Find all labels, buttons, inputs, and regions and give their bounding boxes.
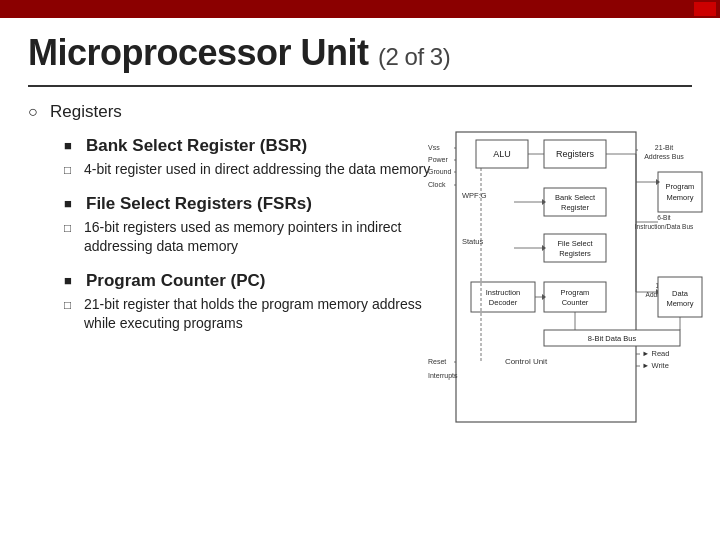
bullet-icon-pc: ■ <box>64 273 82 291</box>
section-fsr: ■ File Select Registers (FSRs) □ 16-bit … <box>28 194 448 257</box>
svg-text:Registers: Registers <box>559 249 591 258</box>
bsr-heading: Bank Select Register (BSR) <box>86 136 307 156</box>
svg-rect-37 <box>471 282 535 312</box>
section-bsr: ■ Bank Select Register (BSR) □ 4-bit reg… <box>28 136 448 180</box>
bullet-icon-registers: ○ <box>28 103 46 121</box>
svg-text:Register: Register <box>561 203 589 212</box>
svg-text:Address Bus: Address Bus <box>644 153 684 160</box>
main-content: ○ Registers ■ Bank Select Register (BSR)… <box>28 92 448 334</box>
page-title: Microprocessor Unit (2 of 3) <box>28 32 450 74</box>
svg-text:Memory: Memory <box>666 193 693 202</box>
svg-text:► Write: ► Write <box>642 361 669 370</box>
fsr-sub-bullets: □ 16-bit registers used as memory pointe… <box>64 218 448 257</box>
pc-sub-item: □ 21-bit register that holds the program… <box>64 295 448 334</box>
svg-text:6-Bit: 6-Bit <box>657 214 671 221</box>
bsr-sub-bullets: □ 4-bit register used in direct addressi… <box>64 160 448 180</box>
svg-text:Registers: Registers <box>556 149 595 159</box>
pc-heading: Program Counter (PC) <box>86 271 265 291</box>
bullet-icon-fsr: ■ <box>64 196 82 214</box>
svg-text:WPF:G: WPF:G <box>462 191 487 200</box>
svg-text:► Read: ► Read <box>642 349 669 358</box>
pc-sub-icon: □ <box>64 298 78 312</box>
title-subtitle: (2 of 3) <box>378 43 450 70</box>
svg-text:Bank Select: Bank Select <box>555 193 596 202</box>
top-right-decoration <box>694 2 716 16</box>
svg-text:Decoder: Decoder <box>489 298 518 307</box>
registers-label: Registers <box>50 102 122 122</box>
bsr-sub-icon: □ <box>64 163 78 177</box>
svg-text:Instruction: Instruction <box>486 288 521 297</box>
pc-heading-bullet: ■ Program Counter (PC) <box>28 271 448 291</box>
svg-text:Power: Power <box>428 156 449 163</box>
svg-rect-0 <box>456 132 636 422</box>
pc-sub-bullets: □ 21-bit register that holds the program… <box>64 295 448 334</box>
bsr-sub-text: 4-bit register used in direct addressing… <box>84 160 430 180</box>
fsr-sub-item: □ 16-bit registers used as memory pointe… <box>64 218 448 257</box>
svg-text:Instruction/Data Bus: Instruction/Data Bus <box>635 223 694 230</box>
svg-text:Control Unit: Control Unit <box>505 357 548 366</box>
top-bar <box>0 0 720 18</box>
svg-text:Ground: Ground <box>428 168 451 175</box>
fsr-heading: File Select Registers (FSRs) <box>86 194 312 214</box>
svg-text:Vss: Vss <box>428 144 440 151</box>
bsr-heading-bullet: ■ Bank Select Register (BSR) <box>28 136 448 156</box>
svg-rect-40 <box>544 282 606 312</box>
svg-text:21-Bit: 21-Bit <box>655 144 673 151</box>
diagram-svg: text { font-family: Arial, Helvetica, sa… <box>426 92 706 462</box>
bullet-icon-bsr: ■ <box>64 138 82 156</box>
title-main: Microprocessor Unit <box>28 32 369 73</box>
svg-text:Program: Program <box>666 182 695 191</box>
svg-text:8-Bit Data Bus: 8-Bit Data Bus <box>588 334 637 343</box>
svg-text:Counter: Counter <box>562 298 589 307</box>
bsr-sub-item: □ 4-bit register used in direct addressi… <box>64 160 448 180</box>
fsr-sub-icon: □ <box>64 221 78 235</box>
svg-text:Program: Program <box>561 288 590 297</box>
pc-sub-text: 21-bit register that holds the program m… <box>84 295 448 334</box>
svg-text:Data: Data <box>672 289 689 298</box>
fsr-heading-bullet: ■ File Select Registers (FSRs) <box>28 194 448 214</box>
section-pc: ■ Program Counter (PC) □ 21-bit register… <box>28 271 448 334</box>
svg-text:Memory: Memory <box>666 299 693 308</box>
svg-text:Clock: Clock <box>428 181 446 188</box>
svg-rect-17 <box>658 172 702 212</box>
svg-text:Interrupts: Interrupts <box>428 372 458 380</box>
svg-text:ALU: ALU <box>493 149 511 159</box>
svg-text:File Select: File Select <box>557 239 593 248</box>
svg-text:Reset: Reset <box>428 358 446 365</box>
microprocessor-diagram: text { font-family: Arial, Helvetica, sa… <box>426 92 706 462</box>
title-divider <box>28 85 692 87</box>
fsr-sub-text: 16-bit registers used as memory pointers… <box>84 218 448 257</box>
registers-bullet: ○ Registers <box>28 102 448 122</box>
svg-text:Status: Status <box>462 237 484 246</box>
